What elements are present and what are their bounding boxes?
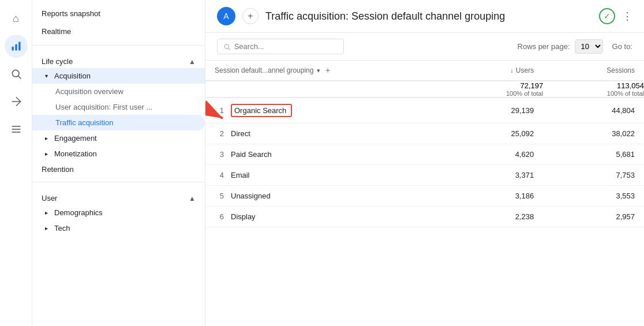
- add-comparison-button[interactable]: +: [242, 8, 259, 24]
- more-options-icon[interactable]: ⋮: [622, 10, 632, 23]
- row-num: 5: [215, 192, 224, 200]
- sidebar-item-acquisition[interactable]: ▾ Acquisition: [32, 68, 205, 84]
- sidebar: Reports snapshot Realtime Life cycle ▲ ▾…: [32, 0, 205, 326]
- cell-dimension-2: 3Paid Search: [205, 144, 447, 165]
- rows-per-page-control: Rows per page: 10 25 50 Go to:: [518, 39, 632, 54]
- totals-label: [205, 81, 447, 98]
- menu-icon[interactable]: [5, 118, 28, 141]
- cell-sessions-4: 3,553: [543, 186, 644, 207]
- row-num: 3: [215, 150, 224, 159]
- cell-users-3: 3,371: [447, 165, 543, 186]
- totals-sessions: 113,054 100% of total: [543, 81, 644, 98]
- data-table-wrapper: Session default...annel grouping ▾ ＋ ↓ U…: [205, 61, 644, 326]
- col-header-dimension[interactable]: Session default...annel grouping ▾ ＋: [205, 61, 447, 81]
- home-icon[interactable]: ⌂: [5, 7, 28, 30]
- data-table: Session default...annel grouping ▾ ＋ ↓ U…: [205, 61, 644, 227]
- cell-dimension-1: 2Direct: [205, 123, 447, 144]
- svg-rect-2: [18, 42, 20, 51]
- svg-rect-1: [15, 44, 17, 51]
- row-num: 2: [215, 129, 224, 138]
- table-row: 1Organic Search29,13944,804: [205, 98, 644, 123]
- sidebar-item-tech[interactable]: ▸ Tech: [32, 220, 205, 236]
- life-cycle-section[interactable]: Life cycle ▲: [32, 50, 205, 68]
- engagement-expand-icon: ▸: [42, 135, 51, 141]
- sidebar-item-realtime[interactable]: Realtime: [32, 23, 205, 40]
- cell-dimension-5: 6Display: [205, 207, 447, 227]
- sort-arrow-icon: ↓: [510, 66, 514, 74]
- cell-users-1: 25,092: [447, 123, 543, 144]
- cell-users-5: 2,238: [447, 207, 543, 227]
- row-num: 4: [215, 171, 224, 179]
- totals-row: 72,197 100% of total 113,054 100% of tot…: [205, 81, 644, 98]
- cell-users-2: 4,620: [447, 144, 543, 165]
- totals-users: 72,197 100% of total: [447, 81, 543, 98]
- table-body: 1Organic Search29,13944,8042Direct25,092…: [205, 98, 644, 227]
- avatar[interactable]: A: [217, 7, 235, 25]
- cell-sessions-5: 2,957: [543, 207, 644, 227]
- sidebar-item-acquisition-overview[interactable]: Acquisition overview: [32, 84, 205, 99]
- divider-2: [32, 182, 205, 182]
- sidebar-item-user-acquisition[interactable]: User acquisition: First user ...: [32, 99, 205, 115]
- table-toolbar: Rows per page: 10 25 50 Go to:: [205, 33, 644, 61]
- analytics-icon[interactable]: [5, 35, 28, 58]
- table-row: 5Unassigned3,1863,553: [205, 186, 644, 207]
- svg-line-9: [229, 48, 230, 50]
- cell-dimension-4: 5Unassigned: [205, 186, 447, 207]
- svg-rect-0: [12, 47, 13, 51]
- sidebar-item-engagement[interactable]: ▸ Engagement: [32, 130, 205, 146]
- user-section[interactable]: User ▲: [32, 187, 205, 205]
- divider: [32, 45, 205, 46]
- cell-dimension-0: 1Organic Search: [205, 98, 447, 123]
- table-row: 2Direct25,09238,022: [205, 123, 644, 144]
- explore-icon[interactable]: [5, 90, 28, 113]
- search-box[interactable]: [217, 39, 344, 54]
- search-reports-icon[interactable]: [5, 62, 28, 85]
- rows-per-page-select[interactable]: 10 25 50: [575, 39, 603, 54]
- table-row: 4Email3,3717,753: [205, 165, 644, 186]
- life-cycle-chevron: ▲: [189, 58, 196, 66]
- page-header: A + Traffic acquisition: Session default…: [205, 0, 644, 33]
- sidebar-item-reports-snapshot[interactable]: Reports snapshot: [32, 5, 205, 23]
- sidebar-item-traffic-acquisition[interactable]: Traffic acquisition: [32, 115, 205, 130]
- acquisition-expand-icon: ▾: [42, 73, 51, 79]
- cell-sessions-1: 38,022: [543, 123, 644, 144]
- add-column-icon[interactable]: ＋: [324, 65, 332, 76]
- svg-rect-7: [12, 132, 20, 133]
- svg-line-4: [18, 76, 21, 79]
- sidebar-item-demographics[interactable]: ▸ Demographics: [32, 205, 205, 220]
- verified-icon: ✓: [599, 8, 615, 24]
- svg-point-8: [224, 44, 229, 48]
- svg-point-3: [12, 70, 19, 77]
- page-title: Traffic acquisition: Session default cha…: [265, 10, 592, 23]
- col-header-sessions[interactable]: Sessions: [543, 61, 644, 81]
- user-chevron: ▲: [189, 194, 196, 203]
- cell-sessions-3: 7,753: [543, 165, 644, 186]
- search-icon: [223, 43, 231, 51]
- icon-bar: ⌂: [0, 0, 32, 326]
- svg-rect-5: [12, 126, 20, 127]
- row-num: 6: [215, 212, 224, 221]
- demographics-expand-icon: ▸: [42, 209, 51, 216]
- cell-dimension-3: 4Email: [205, 165, 447, 186]
- col-header-users[interactable]: ↓ Users: [447, 61, 543, 81]
- tech-expand-icon: ▸: [42, 225, 51, 231]
- table-row: 6Display2,2382,957: [205, 207, 644, 227]
- table-header-row: Session default...annel grouping ▾ ＋ ↓ U…: [205, 61, 644, 81]
- table-row: 3Paid Search4,6205,681: [205, 144, 644, 165]
- sidebar-item-monetization[interactable]: ▸ Monetization: [32, 146, 205, 162]
- cell-sessions-0: 44,804: [543, 98, 644, 123]
- cell-users-4: 3,186: [447, 186, 543, 207]
- svg-rect-6: [12, 129, 20, 130]
- dim-dropdown-icon[interactable]: ▾: [317, 67, 320, 74]
- monetization-expand-icon: ▸: [42, 151, 51, 157]
- main-content: A + Traffic acquisition: Session default…: [205, 0, 644, 326]
- cell-sessions-2: 5,681: [543, 144, 644, 165]
- highlight-box: Organic Search: [231, 104, 292, 117]
- sidebar-item-retention[interactable]: Retention: [32, 162, 205, 177]
- search-input[interactable]: [234, 42, 338, 51]
- cell-users-0: 29,139: [447, 98, 543, 123]
- row-num: 1: [215, 106, 224, 115]
